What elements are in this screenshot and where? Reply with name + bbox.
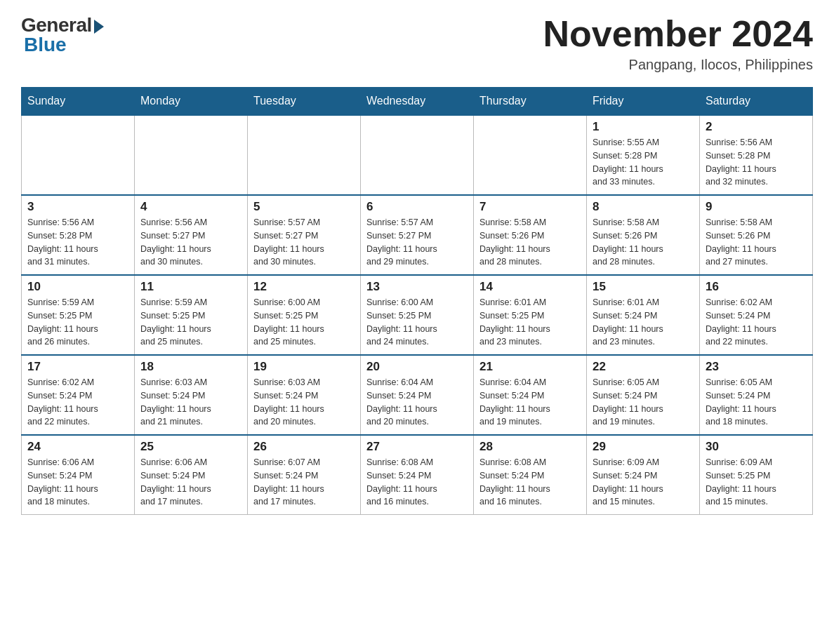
week-row-5: 24Sunrise: 6:06 AM Sunset: 5:24 PM Dayli… [22, 435, 813, 515]
calendar-table: SundayMondayTuesdayWednesdayThursdayFrid… [21, 87, 813, 515]
calendar-cell: 2Sunrise: 5:56 AM Sunset: 5:28 PM Daylig… [700, 115, 813, 195]
day-number: 9 [706, 200, 807, 214]
calendar-cell: 21Sunrise: 6:04 AM Sunset: 5:24 PM Dayli… [474, 355, 587, 435]
day-number: 28 [479, 440, 581, 454]
calendar-cell: 6Sunrise: 5:57 AM Sunset: 5:27 PM Daylig… [361, 195, 474, 275]
day-info: Sunrise: 5:57 AM Sunset: 5:27 PM Dayligh… [253, 216, 355, 269]
day-number: 6 [366, 200, 468, 214]
day-number: 10 [27, 280, 128, 294]
day-info: Sunrise: 6:03 AM Sunset: 5:24 PM Dayligh… [253, 376, 355, 429]
calendar-cell: 3Sunrise: 5:56 AM Sunset: 5:28 PM Daylig… [22, 195, 135, 275]
day-info: Sunrise: 6:05 AM Sunset: 5:24 PM Dayligh… [593, 376, 694, 429]
calendar-cell: 29Sunrise: 6:09 AM Sunset: 5:24 PM Dayli… [587, 435, 700, 515]
day-info: Sunrise: 6:05 AM Sunset: 5:24 PM Dayligh… [706, 376, 807, 429]
day-number: 23 [706, 360, 807, 374]
weekday-header-saturday: Saturday [700, 88, 813, 116]
day-number: 27 [366, 440, 468, 454]
calendar-cell: 25Sunrise: 6:06 AM Sunset: 5:24 PM Dayli… [135, 435, 248, 515]
day-number: 16 [706, 280, 807, 294]
calendar-cell: 12Sunrise: 6:00 AM Sunset: 5:25 PM Dayli… [248, 275, 361, 355]
day-info: Sunrise: 5:59 AM Sunset: 5:25 PM Dayligh… [27, 296, 128, 349]
week-row-1: 1Sunrise: 5:55 AM Sunset: 5:28 PM Daylig… [22, 115, 813, 195]
weekday-header-monday: Monday [135, 88, 248, 116]
day-info: Sunrise: 6:09 AM Sunset: 5:25 PM Dayligh… [706, 456, 807, 509]
calendar-cell: 7Sunrise: 5:58 AM Sunset: 5:26 PM Daylig… [474, 195, 587, 275]
month-title: November 2024 [543, 14, 813, 54]
calendar-cell: 5Sunrise: 5:57 AM Sunset: 5:27 PM Daylig… [248, 195, 361, 275]
calendar-cell: 9Sunrise: 5:58 AM Sunset: 5:26 PM Daylig… [700, 195, 813, 275]
day-info: Sunrise: 6:07 AM Sunset: 5:24 PM Dayligh… [253, 456, 355, 509]
weekday-header-row: SundayMondayTuesdayWednesdayThursdayFrid… [22, 88, 813, 116]
day-info: Sunrise: 6:02 AM Sunset: 5:24 PM Dayligh… [706, 296, 807, 349]
day-number: 2 [706, 120, 807, 134]
day-info: Sunrise: 6:09 AM Sunset: 5:24 PM Dayligh… [593, 456, 694, 509]
calendar-cell: 4Sunrise: 5:56 AM Sunset: 5:27 PM Daylig… [135, 195, 248, 275]
calendar-cell: 15Sunrise: 6:01 AM Sunset: 5:24 PM Dayli… [587, 275, 700, 355]
calendar-cell: 18Sunrise: 6:03 AM Sunset: 5:24 PM Dayli… [135, 355, 248, 435]
day-info: Sunrise: 6:06 AM Sunset: 5:24 PM Dayligh… [27, 456, 128, 509]
calendar-cell: 27Sunrise: 6:08 AM Sunset: 5:24 PM Dayli… [361, 435, 474, 515]
day-number: 26 [253, 440, 355, 454]
page-header: General Blue November 2024 Pangpang, Ilo… [21, 14, 813, 73]
day-info: Sunrise: 6:04 AM Sunset: 5:24 PM Dayligh… [366, 376, 468, 429]
day-number: 3 [27, 200, 128, 214]
day-number: 5 [253, 200, 355, 214]
day-number: 7 [479, 200, 581, 214]
day-info: Sunrise: 5:56 AM Sunset: 5:28 PM Dayligh… [27, 216, 128, 269]
weekday-header-thursday: Thursday [474, 88, 587, 116]
day-info: Sunrise: 6:04 AM Sunset: 5:24 PM Dayligh… [479, 376, 581, 429]
day-number: 17 [27, 360, 128, 374]
calendar-cell: 11Sunrise: 5:59 AM Sunset: 5:25 PM Dayli… [135, 275, 248, 355]
day-number: 15 [593, 280, 694, 294]
week-row-2: 3Sunrise: 5:56 AM Sunset: 5:28 PM Daylig… [22, 195, 813, 275]
location-subtitle: Pangpang, Ilocos, Philippines [543, 57, 813, 73]
day-info: Sunrise: 6:08 AM Sunset: 5:24 PM Dayligh… [366, 456, 468, 509]
day-number: 14 [479, 280, 581, 294]
calendar-cell: 20Sunrise: 6:04 AM Sunset: 5:24 PM Dayli… [361, 355, 474, 435]
day-info: Sunrise: 5:58 AM Sunset: 5:26 PM Dayligh… [706, 216, 807, 269]
calendar-cell: 19Sunrise: 6:03 AM Sunset: 5:24 PM Dayli… [248, 355, 361, 435]
calendar-cell: 13Sunrise: 6:00 AM Sunset: 5:25 PM Dayli… [361, 275, 474, 355]
day-number: 20 [366, 360, 468, 374]
day-info: Sunrise: 6:06 AM Sunset: 5:24 PM Dayligh… [140, 456, 241, 509]
calendar-cell: 14Sunrise: 6:01 AM Sunset: 5:25 PM Dayli… [474, 275, 587, 355]
week-row-4: 17Sunrise: 6:02 AM Sunset: 5:24 PM Dayli… [22, 355, 813, 435]
day-number: 13 [366, 280, 468, 294]
calendar-cell: 22Sunrise: 6:05 AM Sunset: 5:24 PM Dayli… [587, 355, 700, 435]
day-number: 19 [253, 360, 355, 374]
calendar-cell [248, 115, 361, 195]
calendar-cell [135, 115, 248, 195]
weekday-header-wednesday: Wednesday [361, 88, 474, 116]
calendar-cell: 23Sunrise: 6:05 AM Sunset: 5:24 PM Dayli… [700, 355, 813, 435]
day-info: Sunrise: 6:02 AM Sunset: 5:24 PM Dayligh… [27, 376, 128, 429]
day-info: Sunrise: 6:01 AM Sunset: 5:25 PM Dayligh… [479, 296, 581, 349]
day-number: 24 [27, 440, 128, 454]
day-info: Sunrise: 6:01 AM Sunset: 5:24 PM Dayligh… [593, 296, 694, 349]
day-number: 12 [253, 280, 355, 294]
day-info: Sunrise: 6:00 AM Sunset: 5:25 PM Dayligh… [366, 296, 468, 349]
day-info: Sunrise: 5:56 AM Sunset: 5:27 PM Dayligh… [140, 216, 241, 269]
calendar-cell: 26Sunrise: 6:07 AM Sunset: 5:24 PM Dayli… [248, 435, 361, 515]
calendar-cell: 16Sunrise: 6:02 AM Sunset: 5:24 PM Dayli… [700, 275, 813, 355]
day-number: 8 [593, 200, 694, 214]
calendar-cell: 24Sunrise: 6:06 AM Sunset: 5:24 PM Dayli… [22, 435, 135, 515]
logo-triangle-icon [94, 20, 104, 34]
calendar-cell [22, 115, 135, 195]
calendar-cell: 1Sunrise: 5:55 AM Sunset: 5:28 PM Daylig… [587, 115, 700, 195]
day-number: 4 [140, 200, 241, 214]
day-info: Sunrise: 5:55 AM Sunset: 5:28 PM Dayligh… [593, 136, 694, 189]
day-info: Sunrise: 5:57 AM Sunset: 5:27 PM Dayligh… [366, 216, 468, 269]
day-info: Sunrise: 6:03 AM Sunset: 5:24 PM Dayligh… [140, 376, 241, 429]
calendar-cell: 10Sunrise: 5:59 AM Sunset: 5:25 PM Dayli… [22, 275, 135, 355]
calendar-cell: 30Sunrise: 6:09 AM Sunset: 5:25 PM Dayli… [700, 435, 813, 515]
day-number: 22 [593, 360, 694, 374]
weekday-header-friday: Friday [587, 88, 700, 116]
day-info: Sunrise: 5:59 AM Sunset: 5:25 PM Dayligh… [140, 296, 241, 349]
weekday-header-sunday: Sunday [22, 88, 135, 116]
day-info: Sunrise: 5:58 AM Sunset: 5:26 PM Dayligh… [593, 216, 694, 269]
day-number: 25 [140, 440, 241, 454]
logo-blue-text: Blue [24, 34, 67, 56]
day-number: 1 [593, 120, 694, 134]
weekday-header-tuesday: Tuesday [248, 88, 361, 116]
day-info: Sunrise: 6:08 AM Sunset: 5:24 PM Dayligh… [479, 456, 581, 509]
